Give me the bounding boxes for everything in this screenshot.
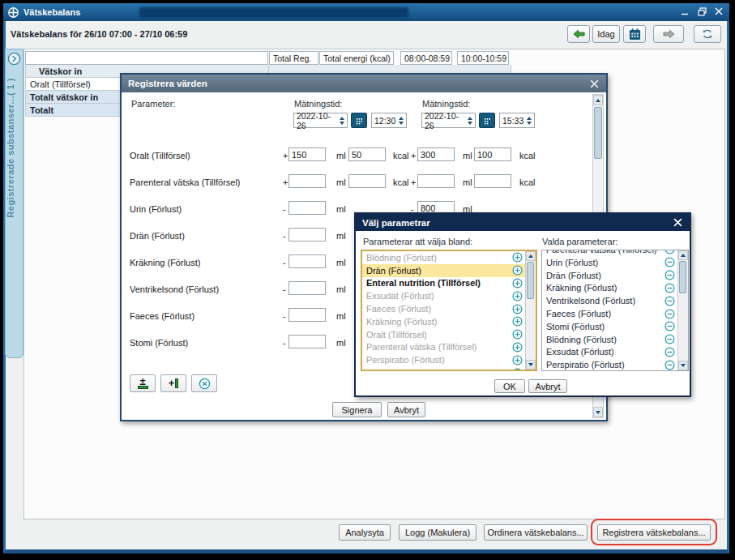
add-circle-icon[interactable] xyxy=(512,342,523,353)
list-item[interactable]: Faeces (Förlust) xyxy=(362,302,525,315)
remove-circle-icon[interactable] xyxy=(664,321,675,331)
value-input[interactable] xyxy=(288,174,326,188)
scroll-down-icon[interactable] xyxy=(526,360,536,370)
scroll-up-icon[interactable] xyxy=(593,95,603,105)
remove-circle-icon[interactable] xyxy=(664,270,675,280)
remove-circle-icon[interactable] xyxy=(664,347,675,357)
clear-button[interactable] xyxy=(191,374,217,392)
list-item[interactable]: Ventrikelsond (Förlust) xyxy=(542,294,677,307)
list-item[interactable]: Exsudat (Förlust) xyxy=(542,346,677,359)
add-circle-icon[interactable] xyxy=(512,355,523,365)
list-item[interactable]: Perspiratio (Förlust) xyxy=(542,358,677,371)
remove-circle-icon[interactable] xyxy=(664,257,675,267)
time-spinbox-1[interactable]: 12:30 xyxy=(371,113,407,128)
add-circle-icon[interactable] xyxy=(512,278,523,289)
value-input[interactable] xyxy=(348,147,386,161)
list-item[interactable]: Faeces (Förlust) xyxy=(542,307,677,320)
add-column-button[interactable]: + xyxy=(160,374,186,392)
value-input[interactable] xyxy=(417,174,455,188)
value-input[interactable] xyxy=(288,201,326,215)
add-circle-icon[interactable] xyxy=(512,291,523,301)
value-input[interactable] xyxy=(288,308,326,322)
today-button[interactable]: Idag xyxy=(592,25,620,43)
list-scrollbar[interactable] xyxy=(525,251,536,370)
list-item[interactable]: Oralt (Tillförsel) xyxy=(362,328,525,341)
scroll-down-icon[interactable] xyxy=(678,361,688,370)
list-item[interactable]: Drän (Förlust) xyxy=(542,269,677,282)
selected-parameters-list[interactable]: Parenteral vätska (Tillförsel)Urin (Förl… xyxy=(541,250,689,371)
spinner-arrows-icon[interactable] xyxy=(468,117,472,125)
value-input[interactable] xyxy=(288,281,326,295)
sign-button[interactable]: Signera xyxy=(332,402,382,417)
list-item[interactable]: Parenteral vätska (Tillförsel) xyxy=(542,250,677,256)
list-item[interactable]: Enteral nutrition (Tillförsel) xyxy=(362,277,525,290)
close-icon[interactable] xyxy=(588,78,600,89)
list-scrollbar[interactable] xyxy=(677,250,688,370)
list-item[interactable]: Blödning (Förlust) xyxy=(362,251,525,264)
value-input[interactable] xyxy=(417,147,455,161)
cancel-button[interactable]: Avbryt xyxy=(387,402,425,417)
next-period-button[interactable] xyxy=(653,25,684,43)
value-input[interactable] xyxy=(474,174,511,188)
add-circle-icon[interactable] xyxy=(512,265,523,276)
expand-panel-icon[interactable] xyxy=(7,52,21,66)
spinner-arrows-icon[interactable] xyxy=(527,117,532,125)
ok-button[interactable]: OK xyxy=(494,379,525,393)
sign-label: + xyxy=(283,177,288,187)
scroll-up-icon[interactable] xyxy=(678,250,688,260)
calendar-button[interactable] xyxy=(479,113,495,128)
value-input[interactable] xyxy=(288,147,326,161)
scroll-up-icon[interactable] xyxy=(526,251,536,261)
list-item[interactable]: Kräkning (Förlust) xyxy=(362,315,525,328)
add-circle-icon[interactable] xyxy=(512,252,523,263)
value-input[interactable] xyxy=(474,147,511,161)
value-input[interactable] xyxy=(348,174,386,188)
remove-circle-icon[interactable] xyxy=(664,283,675,293)
cancel-button[interactable]: Avbryt xyxy=(528,379,567,393)
scroll-down-icon[interactable] xyxy=(593,407,603,417)
footer-button-ordinera-v-tskebalans[interactable]: Ordinera vätskebalans... xyxy=(484,524,588,541)
remove-circle-icon[interactable] xyxy=(664,296,675,306)
list-item[interactable]: Parenteral vätska (Tillförsel) xyxy=(362,341,525,354)
scrollbar-thumb[interactable] xyxy=(679,261,686,293)
available-parameters-list[interactable]: Blödning (Förlust)Drän (Förlust)Enteral … xyxy=(361,250,537,371)
previous-period-button[interactable] xyxy=(567,25,590,43)
list-item[interactable]: Urin (Förlust) xyxy=(542,256,677,269)
list-item[interactable]: Perspiratio (Förlust) xyxy=(362,353,525,366)
calendar-button[interactable] xyxy=(623,25,646,43)
remove-circle-icon[interactable] xyxy=(664,309,675,319)
scrollbar-thumb[interactable] xyxy=(527,262,534,299)
add-remove-parameter-button[interactable]: ± xyxy=(130,374,156,392)
date-spinbox-2[interactable]: 2022-10-26 xyxy=(421,113,476,128)
spinner-arrows-icon[interactable] xyxy=(399,117,404,125)
remove-circle-icon[interactable] xyxy=(664,250,675,254)
list-item[interactable]: Exsudat (Förlust) xyxy=(362,289,525,302)
remove-circle-icon[interactable] xyxy=(664,334,675,344)
list-item[interactable]: Drän (Förlust) xyxy=(362,264,525,277)
value-input[interactable] xyxy=(288,254,326,268)
list-item[interactable]: Kräkning (Förlust) xyxy=(542,282,677,295)
close-icon[interactable] xyxy=(672,217,683,229)
add-circle-icon[interactable] xyxy=(512,368,523,371)
footer-button-analysyta[interactable]: Analysyta xyxy=(339,524,391,541)
footer-button-logg-makulera[interactable]: Logg (Makulera) xyxy=(399,524,476,541)
spinner-arrows-icon[interactable] xyxy=(340,117,344,125)
scrollbar-thumb[interactable] xyxy=(594,107,602,159)
close-icon[interactable] xyxy=(713,6,724,17)
restore-button[interactable] xyxy=(696,6,707,17)
value-input[interactable] xyxy=(288,335,326,348)
time-spinbox-2[interactable]: 15:33 xyxy=(499,113,535,128)
add-circle-icon[interactable] xyxy=(512,304,523,314)
refresh-button[interactable] xyxy=(694,25,721,43)
list-item[interactable]: Stomi (Förlust) xyxy=(362,366,525,371)
remove-circle-icon[interactable] xyxy=(664,360,675,370)
value-input[interactable] xyxy=(288,228,326,242)
date-spinbox-1[interactable]: 2022-10-26 xyxy=(293,113,348,128)
add-circle-icon[interactable] xyxy=(512,316,523,327)
add-circle-icon[interactable] xyxy=(512,329,523,340)
table-row-label: Totalt xyxy=(30,105,53,115)
calendar-button[interactable] xyxy=(351,113,367,128)
list-item[interactable]: Blödning (Förlust) xyxy=(542,333,677,346)
list-item[interactable]: Stomi (Förlust) xyxy=(542,320,677,333)
minimize-button[interactable] xyxy=(679,6,690,17)
